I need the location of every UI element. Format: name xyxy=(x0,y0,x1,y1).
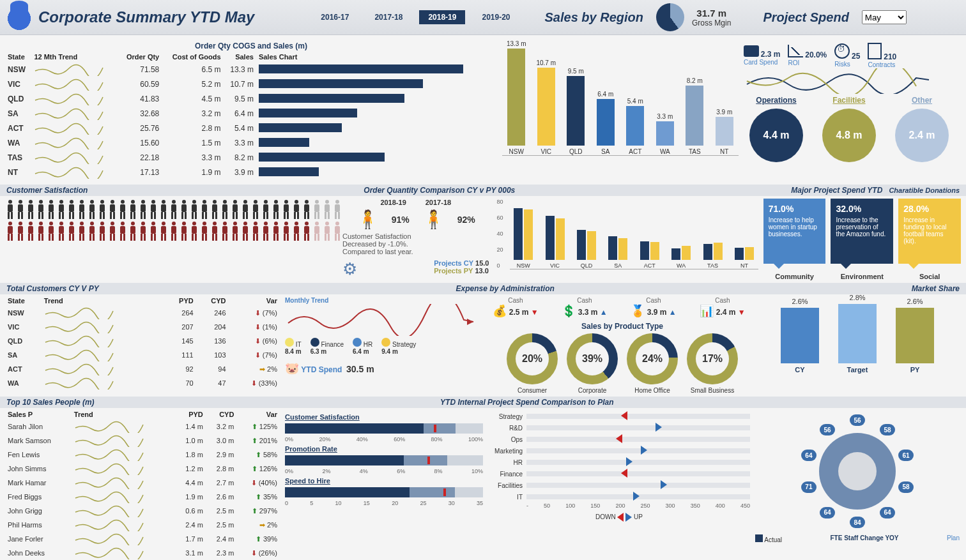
svg-rect-158 xyxy=(69,234,71,241)
svg-point-248 xyxy=(305,222,309,225)
svg-rect-150 xyxy=(49,234,50,241)
svg-rect-105 xyxy=(273,204,279,212)
svg-rect-39 xyxy=(103,212,105,219)
svg-rect-210 xyxy=(202,234,204,241)
svg-rect-18 xyxy=(49,212,50,219)
svg-rect-159 xyxy=(72,234,74,241)
fte-value: 64 xyxy=(801,450,816,461)
svg-rect-226 xyxy=(243,234,245,241)
year-tab[interactable]: 2017-18 xyxy=(365,10,411,24)
table-row: Phil Harms2.4 m2.5 m➡ 2% xyxy=(5,518,280,532)
person-icon xyxy=(118,199,127,220)
svg-rect-3 xyxy=(11,212,13,219)
salespeople-title: Top 10 Sales People (m) xyxy=(6,398,95,407)
person-icon xyxy=(292,199,301,220)
svg-point-52 xyxy=(141,200,145,204)
svg-rect-109 xyxy=(284,204,289,212)
svg-rect-234 xyxy=(263,234,265,241)
fte-value: 58 xyxy=(880,424,895,435)
svg-point-256 xyxy=(325,222,329,225)
year-tab[interactable]: 2016-17 xyxy=(312,10,358,24)
year-tab[interactable]: 2019-20 xyxy=(473,10,519,24)
svg-rect-178 xyxy=(120,234,122,241)
svg-rect-174 xyxy=(110,234,112,241)
svg-rect-123 xyxy=(318,212,319,219)
fte-value: 56 xyxy=(820,424,835,435)
svg-rect-97 xyxy=(253,204,258,212)
plan-row: IT xyxy=(488,491,750,503)
svg-rect-11 xyxy=(31,212,33,219)
svg-rect-175 xyxy=(113,234,115,241)
svg-rect-6 xyxy=(18,212,20,219)
table-row: WA15.601.5 m3.3 m xyxy=(5,135,497,150)
person-icon xyxy=(108,221,117,241)
svg-rect-195 xyxy=(164,234,166,241)
person-icon xyxy=(200,221,209,241)
svg-point-104 xyxy=(274,200,278,204)
svg-rect-183 xyxy=(134,234,135,241)
major-spend-title: Major Project Spend YTD xyxy=(791,186,882,195)
svg-rect-153 xyxy=(59,226,64,234)
table-row: QLD41.834.5 m9.5 m xyxy=(5,91,497,106)
svg-rect-194 xyxy=(161,234,163,241)
svg-rect-231 xyxy=(256,234,258,241)
svg-rect-142 xyxy=(28,234,30,241)
svg-rect-67 xyxy=(174,212,176,219)
svg-rect-243 xyxy=(287,234,289,241)
svg-point-156 xyxy=(70,222,73,225)
app-logo-icon xyxy=(6,4,32,30)
person-icon xyxy=(159,221,168,241)
svg-rect-157 xyxy=(69,226,74,234)
person-icon xyxy=(312,221,321,241)
svg-point-208 xyxy=(203,222,206,225)
svg-point-160 xyxy=(80,222,84,225)
svg-rect-15 xyxy=(42,212,43,219)
fte-gear-chart: 56586158648464716456 xyxy=(797,411,918,532)
svg-rect-102 xyxy=(263,212,265,219)
svg-rect-147 xyxy=(42,234,43,241)
table-row: VIC60.595.2 m10.7 m xyxy=(5,77,497,91)
svg-rect-182 xyxy=(130,234,132,241)
person-icon xyxy=(128,221,137,241)
sales-by-region-chart: 13.3 mNSW10.7 mVIC9.5 mQLD6.4 mSA5.4 mAC… xyxy=(502,40,739,156)
svg-point-216 xyxy=(223,222,227,225)
svg-rect-94 xyxy=(243,212,245,219)
year-tab[interactable]: 2018-19 xyxy=(419,10,465,24)
svg-point-76 xyxy=(203,200,206,204)
svg-rect-235 xyxy=(266,234,268,241)
svg-point-252 xyxy=(315,222,319,225)
person-icon xyxy=(26,221,35,241)
svg-rect-223 xyxy=(236,234,238,241)
gross-margin-kpi: 31.7 m Gross Mgin xyxy=(692,8,731,27)
svg-rect-29 xyxy=(79,204,84,212)
svg-point-184 xyxy=(141,222,145,225)
svg-rect-213 xyxy=(212,226,217,234)
svg-rect-161 xyxy=(79,226,84,234)
project-spend-heading: Project Spend xyxy=(763,10,848,25)
svg-rect-77 xyxy=(202,204,207,212)
svg-rect-50 xyxy=(130,212,132,219)
svg-rect-113 xyxy=(294,204,299,212)
svg-rect-209 xyxy=(202,226,207,234)
svg-point-68 xyxy=(182,200,186,204)
order-qty-compare-chart: 806040200 NSWVICQLDSAACTWATASNT xyxy=(510,199,758,269)
table-row: TAS22.183.3 m8.2 m xyxy=(5,150,497,165)
person-icon xyxy=(159,199,168,220)
svg-rect-131 xyxy=(338,212,340,219)
person-icon xyxy=(251,199,260,220)
order-qty-compare-title: Order Quantity Comparison CY v PY 000s xyxy=(364,186,515,195)
svg-point-168 xyxy=(100,222,104,225)
donut-chart: 24% xyxy=(627,333,678,384)
svg-rect-103 xyxy=(266,212,268,219)
month-select[interactable]: May xyxy=(862,10,907,24)
svg-rect-82 xyxy=(212,212,214,219)
svg-point-84 xyxy=(223,200,227,204)
roi-icon xyxy=(788,45,803,57)
svg-rect-187 xyxy=(144,234,146,241)
person-icon xyxy=(220,221,229,241)
svg-rect-206 xyxy=(192,234,194,241)
product-type-donuts: 20%Consumer39%Corporate24%Home Office17%… xyxy=(488,333,756,394)
svg-point-144 xyxy=(39,222,43,225)
cash-kpi: Cash📊 2.4 m ▼ xyxy=(695,297,750,318)
salespeople-table: Sales PTrendPYDCYDVar Sarah Jilon1.4 m3.… xyxy=(5,411,280,560)
